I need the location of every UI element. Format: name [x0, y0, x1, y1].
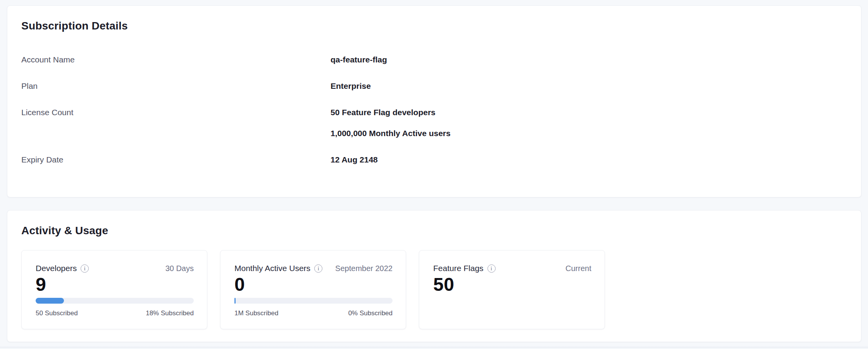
developers-progress-fill: [36, 298, 64, 304]
mau-progress-fill: [234, 298, 236, 304]
activity-usage-card: Activity & Usage Developers i 30 Days 9 …: [7, 210, 861, 342]
info-icon[interactable]: i: [81, 264, 89, 273]
expiry-date-label: Expiry Date: [21, 154, 331, 166]
developers-subscribed-label: 50 Subscribed: [36, 309, 78, 318]
license-count-row: License Count 50 Feature Flag developers…: [21, 107, 847, 139]
mau-usage-card: Monthly Active Users i September 2022 0 …: [220, 250, 406, 329]
expiry-date-row: Expiry Date 12 Aug 2148: [21, 154, 847, 166]
subscription-details-card: Subscription Details Account Name qa-fea…: [7, 5, 861, 197]
developers-period-label: 30 Days: [165, 263, 194, 274]
subscription-page: Subscription Details Account Name qa-fea…: [0, 0, 868, 342]
info-icon[interactable]: i: [314, 264, 322, 273]
feature-flags-count: 50: [433, 275, 591, 295]
developers-percent-label: 18% Subscribed: [146, 309, 194, 318]
account-name-value: qa-feature-flag: [331, 54, 387, 66]
account-name-row: Account Name qa-feature-flag: [21, 54, 847, 66]
mau-count: 0: [234, 275, 393, 295]
license-count-mau-value: 1,000,000 Monthly Active users: [331, 128, 451, 139]
license-count-label: License Count: [21, 107, 331, 118]
license-count-developers-value: 50 Feature Flag developers: [331, 107, 451, 118]
feature-flags-label: Feature Flags: [433, 263, 484, 274]
usage-cards-row: Developers i 30 Days 9 50 Subscribed 18%…: [21, 250, 847, 329]
developers-progress-track: [36, 298, 194, 304]
developers-count: 9: [36, 275, 194, 295]
expiry-date-value: 12 Aug 2148: [331, 154, 378, 166]
mau-period-label: September 2022: [335, 263, 393, 274]
plan-value: Enterprise: [331, 80, 371, 92]
mau-progress-track: [234, 298, 393, 304]
feature-flags-usage-card: Feature Flags i Current 50: [419, 250, 605, 329]
developers-label: Developers: [36, 263, 77, 274]
mau-subscribed-label: 1M Subscribed: [234, 309, 278, 318]
plan-label: Plan: [21, 80, 331, 92]
developers-usage-card: Developers i 30 Days 9 50 Subscribed 18%…: [21, 250, 207, 329]
info-icon[interactable]: i: [487, 264, 496, 273]
mau-percent-label: 0% Subscribed: [348, 309, 393, 318]
plan-row: Plan Enterprise: [21, 80, 847, 92]
subscription-details-title: Subscription Details: [21, 18, 847, 34]
activity-usage-title: Activity & Usage: [21, 223, 847, 238]
account-name-label: Account Name: [21, 54, 331, 66]
mau-label: Monthly Active Users: [234, 263, 310, 274]
feature-flags-period-label: Current: [565, 263, 591, 274]
page-bottom-edge: [0, 347, 868, 349]
